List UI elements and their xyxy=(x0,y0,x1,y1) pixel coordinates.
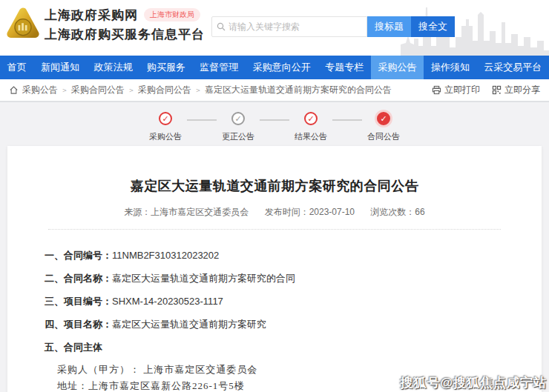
breadcrumb-item[interactable]: 采购公告 xyxy=(22,84,58,96)
breadcrumb-item[interactable]: 采购合同公告 xyxy=(58,84,125,96)
article-body: 一、合同编号：11NMB2F310312023202 二、合同名称：嘉定区大运量… xyxy=(7,249,542,392)
article-views: 浏览次数：66 xyxy=(370,207,424,217)
check-circle-icon xyxy=(377,112,390,125)
article-card: 嘉定区大运量轨道交通前期方案研究的合同公告 来源：上海市嘉定区交通委员会 发布时… xyxy=(7,146,542,392)
nav-item-cloud-trading-platform[interactable]: 云采交易平台 xyxy=(477,56,549,79)
nav-item-intention-disclosure[interactable]: 采购意向公开 xyxy=(246,56,318,79)
contract-name-row: 二、合同名称：嘉定区大运量轨道交通前期方案研究的合同 xyxy=(45,272,542,285)
step-connector xyxy=(332,119,362,121)
search-title-button[interactable]: 搜标题 xyxy=(367,16,411,37)
article-meta: 来源：上海市嘉定区交通委员会 发布时间：2023-07-10 浏览次数：66 xyxy=(7,206,542,219)
nav-item-supervision[interactable]: 监督管理 xyxy=(193,56,246,79)
step-correction-announcement[interactable]: 更正公告 xyxy=(217,112,260,142)
printer-icon xyxy=(432,85,441,95)
step-contract-announcement[interactable]: 合同公告 xyxy=(362,112,405,142)
nav-item-special-columns[interactable]: 专题专栏 xyxy=(318,56,370,79)
site-header: 上海政府采购网 上海市财政局 上海政府购买服务信息平台 搜标题 搜全文 xyxy=(0,0,549,56)
page-body: 采购公告 更正公告 结果公告 合同公告 嘉定区大运量轨道交通前期方案研究的合同公… xyxy=(0,102,549,392)
meta-divider xyxy=(48,229,501,230)
announcement-stepper: 采购公告 更正公告 结果公告 合同公告 xyxy=(0,102,549,142)
step-connector xyxy=(187,119,217,121)
nav-item-news[interactable]: 新闻通知 xyxy=(33,56,86,79)
print-label: 立即打印 xyxy=(444,84,480,96)
breadcrumb-bar: 采购公告 采购合同公告 采购合同公告 嘉定区大运量轨道交通前期方案研究的合同公告… xyxy=(0,79,549,102)
search-area: 搜标题 搜全文 xyxy=(211,16,455,37)
brand-block: 上海政府采购网 上海市财政局 上海政府购买服务信息平台 xyxy=(6,5,205,44)
nav-item-purchase-service[interactable]: 购买服务 xyxy=(139,56,192,79)
page-actions: 立即打印 立即分享 xyxy=(420,84,540,96)
article-title: 嘉定区大运量轨道交通前期方案研究的合同公告 xyxy=(7,177,542,195)
authority-badge: 上海市财政局 xyxy=(144,8,200,21)
search-input[interactable] xyxy=(229,21,362,32)
step-procurement-announcement[interactable]: 采购公告 xyxy=(144,112,187,142)
print-button[interactable]: 立即打印 xyxy=(432,84,480,96)
nav-item-policy[interactable]: 政策法规 xyxy=(87,56,139,79)
share-label: 立即分享 xyxy=(504,84,540,96)
nav-item-procurement-announcements[interactable]: 采购公告 xyxy=(371,56,424,79)
home-icon xyxy=(9,85,19,95)
main-nav: 首页 新闻通知 政策法规 购买服务 监督管理 采购意向公开 专题专栏 采购公告 … xyxy=(0,56,549,79)
article-publish-time: 发布时间：2023-07-10 xyxy=(265,207,355,217)
step-result-announcement[interactable]: 结果公告 xyxy=(289,112,332,142)
breadcrumb-item[interactable]: 采购合同公告 xyxy=(125,84,191,96)
site-logo xyxy=(6,5,40,44)
check-circle-icon xyxy=(159,112,172,125)
project-name-row: 四、项目名称：嘉定区大运量轨道交通前期方案研究 xyxy=(45,318,542,331)
nav-item-operation-guide[interactable]: 操作须知 xyxy=(424,56,476,79)
search-icon xyxy=(217,22,226,31)
check-circle-icon xyxy=(231,112,245,125)
search-box xyxy=(211,16,367,37)
site-name: 上海政府采购网 xyxy=(45,7,138,24)
step-connector xyxy=(260,119,289,121)
contract-parties-heading: 五、合同主体 xyxy=(45,341,542,354)
breadcrumb: 采购公告 采购合同公告 采购合同公告 嘉定区大运量轨道交通前期方案研究的合同公告 xyxy=(9,84,392,96)
contract-number-row: 一、合同编号：11NMB2F310312023202 xyxy=(45,249,542,262)
article-source: 来源：上海市嘉定区交通委员会 xyxy=(124,207,249,217)
buyer-row: 采购人（甲方）： 上海市嘉定区交通委员会 xyxy=(57,364,542,375)
sohu-watermark: 搜狐号@搜狐焦点咸宁站 xyxy=(400,374,547,391)
check-circle-icon xyxy=(304,112,318,125)
share-button[interactable]: 立即分享 xyxy=(492,84,540,96)
site-subtitle: 上海政府购买服务信息平台 xyxy=(45,26,205,43)
breadcrumb-item-current: 嘉定区大运量轨道交通前期方案研究的合同公告 xyxy=(191,84,392,96)
search-fulltext-button[interactable]: 搜全文 xyxy=(411,16,455,37)
nav-item-home[interactable]: 首页 xyxy=(0,56,33,79)
project-number-row: 三、项目编号：SHXM-14-20230523-1117 xyxy=(45,295,542,308)
qr-code-icon xyxy=(492,85,502,95)
